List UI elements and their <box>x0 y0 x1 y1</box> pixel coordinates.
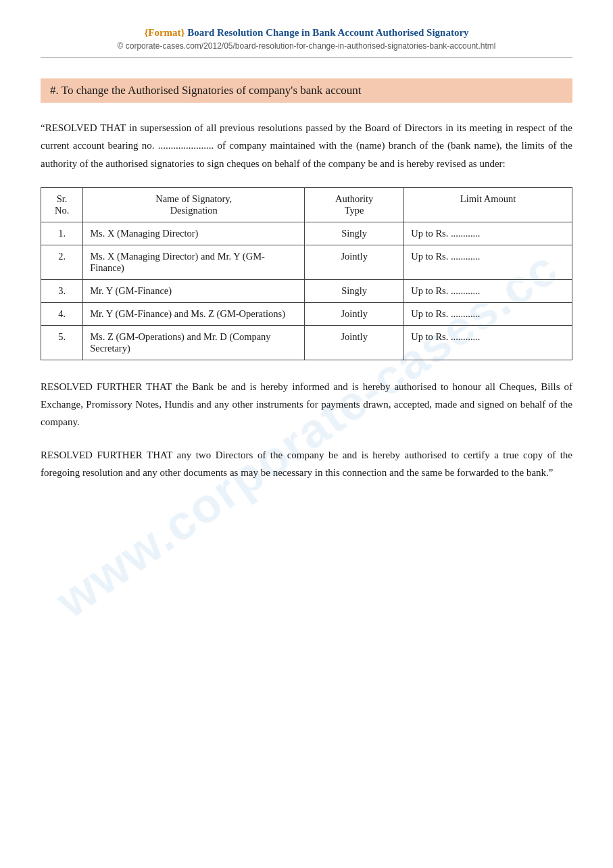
col-header-auth: AuthorityType <box>305 187 404 222</box>
cell-name: Ms. X (Managing Director) and Mr. Y (GM-… <box>83 245 305 279</box>
table-row: 2.Ms. X (Managing Director) and Mr. Y (G… <box>41 245 572 279</box>
table-row: 1.Ms. X (Managing Director)SinglyUp to R… <box>41 222 572 245</box>
resolved-further-2: RESOLVED FURTHER THAT any two Directors … <box>41 446 572 482</box>
table-row: 3.Mr. Y (GM-Finance)SinglyUp to Rs. ....… <box>41 279 572 302</box>
cell-sr: 3. <box>41 279 83 302</box>
resolved-paragraph: “RESOLVED THAT in supersession of all pr… <box>41 119 572 172</box>
cell-limit: Up to Rs. ............ <box>404 222 572 245</box>
cell-limit: Up to Rs. ............ <box>404 279 572 302</box>
cell-name: Ms. Z (GM-Operations) and Mr. D (Company… <box>83 325 305 360</box>
cell-name: Mr. Y (GM-Finance) <box>83 279 305 302</box>
header-divider <box>41 57 572 58</box>
cell-name: Mr. Y (GM-Finance) and Ms. Z (GM-Operati… <box>83 302 305 325</box>
col-header-sr: Sr.No. <box>41 187 83 222</box>
table-row: 4.Mr. Y (GM-Finance) and Ms. Z (GM-Opera… <box>41 302 572 325</box>
cell-sr: 1. <box>41 222 83 245</box>
resolved-further-1: RESOLVED FURTHER THAT the Bank be and is… <box>41 378 572 431</box>
cell-auth: Singly <box>305 279 404 302</box>
col-header-name: Name of Signatory,Designation <box>83 187 305 222</box>
cell-name: Ms. X (Managing Director) <box>83 222 305 245</box>
table-row: 5.Ms. Z (GM-Operations) and Mr. D (Compa… <box>41 325 572 360</box>
cell-sr: 2. <box>41 245 83 279</box>
header-subtitle: © corporate-cases.com/2012/05/board-reso… <box>41 41 572 51</box>
section-heading: #. To change the Authorised Signatories … <box>41 78 572 103</box>
format-bracket: {Format} <box>144 27 185 38</box>
cell-sr: 5. <box>41 325 83 360</box>
title-text: Board Resolution Change in Bank Account … <box>185 27 469 38</box>
cell-limit: Up to Rs. ............ <box>404 302 572 325</box>
cell-auth: Jointly <box>305 302 404 325</box>
cell-sr: 4. <box>41 302 83 325</box>
cell-limit: Up to Rs. ............ <box>404 325 572 360</box>
cell-limit: Up to Rs. ............ <box>404 245 572 279</box>
signatories-table: Sr.No. Name of Signatory,Designation Aut… <box>41 187 572 360</box>
cell-auth: Jointly <box>305 325 404 360</box>
col-header-limit: Limit Amount <box>404 187 572 222</box>
cell-auth: Singly <box>305 222 404 245</box>
cell-auth: Jointly <box>305 245 404 279</box>
header-title: {Format} Board Resolution Change in Bank… <box>41 27 572 39</box>
